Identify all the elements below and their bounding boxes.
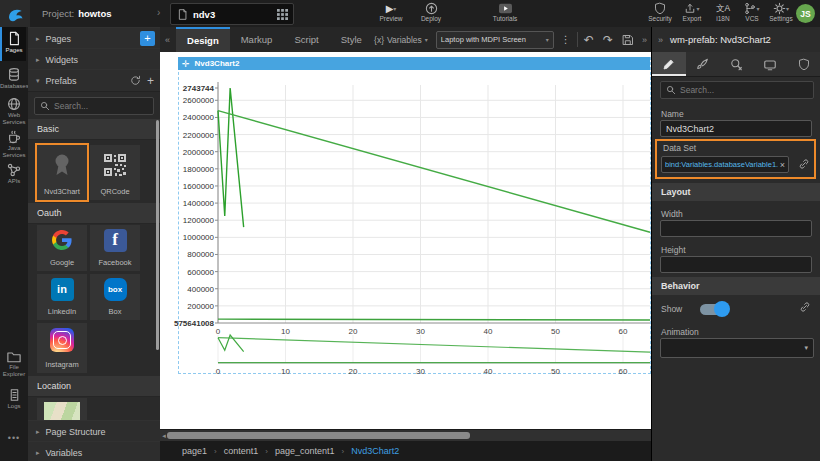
undo-button[interactable]: ↶	[584, 33, 594, 47]
grid-apps-icon[interactable]	[277, 9, 288, 20]
save-button[interactable]	[622, 34, 634, 46]
export-button[interactable]: ▾ Export	[678, 2, 706, 22]
tab-markup[interactable]: Markup	[230, 27, 284, 52]
vcs-button[interactable]: ▾ VCS	[738, 2, 766, 22]
show-toggle[interactable]	[700, 304, 728, 315]
svg-text:2600000: 2600000	[183, 96, 215, 105]
svg-text:1200000: 1200000	[183, 216, 215, 225]
bind-dataset-icon[interactable]	[798, 158, 810, 170]
deploy-button[interactable]: Deploy	[414, 2, 448, 22]
accordion-label: Pages	[46, 34, 72, 44]
tutorials-button[interactable]: Tutorials	[486, 2, 524, 22]
page-selector[interactable]: ndv3	[170, 3, 294, 25]
device-selector-value: Laptop with MDPI Screen	[441, 35, 546, 44]
accordion-page-structure[interactable]: ▸ Page Structure	[28, 420, 160, 443]
properties-search-input[interactable]: Search...	[660, 81, 814, 99]
dataset-input[interactable]: bind:Variables.databaseVariable1.data ×	[661, 156, 789, 173]
prefab-tile-linkedin[interactable]: in LinkedIn	[37, 274, 87, 320]
rail-item-logs[interactable]: Logs	[0, 388, 28, 410]
prefab-tile-nvd3chart[interactable]: Nvd3Chart	[37, 145, 87, 200]
name-input[interactable]: Nvd3Chart2	[660, 120, 812, 137]
left-panel: ▸ Pages + ▸ Widgets ▾ Prefabs + Search..…	[28, 27, 161, 461]
chevron-down-icon: ▾	[756, 5, 759, 12]
prefab-search-input[interactable]: Search...	[34, 97, 154, 115]
clear-dataset-icon[interactable]: ×	[780, 160, 785, 170]
svg-text:1800000: 1800000	[183, 165, 215, 174]
accordion-widgets[interactable]: ▸ Widgets	[28, 48, 160, 71]
animation-select[interactable]: ▾	[660, 338, 814, 358]
settings-button[interactable]: ▾ Settings	[766, 2, 796, 22]
breadcrumb-content1[interactable]: content1	[224, 446, 259, 456]
tab-properties[interactable]	[652, 52, 686, 76]
nvd3-line-chart: 2000004000006000008000001000000120000014…	[160, 52, 651, 429]
tab-devices[interactable]	[753, 52, 787, 76]
expand-right-panel-button[interactable]: »	[642, 35, 647, 45]
rail-label: Databases	[0, 83, 28, 90]
tab-security[interactable]	[787, 52, 820, 76]
add-prefab-icon[interactable]: +	[147, 74, 154, 88]
prefab-tile-qrcode[interactable]: QRCode	[90, 145, 140, 200]
add-page-button[interactable]: +	[140, 31, 155, 46]
prefab-tile-instagram[interactable]: Instagram	[37, 323, 87, 373]
prefab-tile-box[interactable]: box Box	[90, 274, 140, 320]
dataset-value: bind:Variables.databaseVariable1.data	[665, 160, 778, 169]
design-canvas[interactable]: 2000004000006000008000001000000120000014…	[160, 52, 651, 429]
i18n-button[interactable]: 文A i18N	[709, 2, 737, 22]
tab-search-replace[interactable]	[720, 52, 754, 76]
tab-styles[interactable]	[686, 52, 720, 76]
breadcrumb-page-content1[interactable]: page_content1	[275, 446, 335, 456]
gear-icon	[773, 2, 786, 15]
rail-item-pages[interactable]: Pages	[0, 27, 26, 61]
dataset-label: Data Set	[663, 143, 696, 153]
rail-item-apis[interactable]: APIs	[0, 163, 28, 185]
rail-item-file-explorer[interactable]: File Explorer	[0, 350, 28, 377]
variables-button[interactable]: {x} Variables ▾	[374, 35, 428, 45]
prefab-tile-google[interactable]: Google	[37, 225, 87, 271]
rail-item-web-services[interactable]: Web Services	[0, 97, 28, 125]
breadcrumb-bar: page1 › content1 › page_content1 › Nvd3C…	[160, 441, 651, 461]
device-selector[interactable]: Laptop with MDPI Screen ▾	[436, 31, 554, 49]
refresh-prefabs-icon[interactable]	[130, 75, 141, 86]
svg-text:10: 10	[281, 367, 290, 376]
rail-label: Java Services	[0, 145, 28, 158]
svg-text:0: 0	[216, 367, 221, 376]
api-nodes-icon	[7, 163, 21, 177]
preview-button[interactable]: ▶▾ Preview	[374, 2, 408, 22]
tab-design[interactable]: Design	[176, 27, 230, 52]
search-icon	[666, 85, 676, 95]
accordion-pages[interactable]: ▸ Pages +	[28, 27, 160, 50]
variables-label: Variables	[387, 35, 422, 45]
svg-text:0: 0	[216, 327, 221, 336]
chevron-down-icon: ▾	[393, 5, 396, 12]
selected-widget-header[interactable]: ✛ Nvd3Chart2	[178, 57, 650, 70]
more-options-kebab-icon[interactable]: ⋮	[561, 34, 571, 45]
collapse-right-panel-button[interactable]: »	[658, 35, 663, 45]
scrollbar-thumb[interactable]	[167, 432, 470, 439]
wavemaker-logo[interactable]	[0, 0, 30, 27]
paintbrush-icon	[696, 58, 709, 71]
rail-more-button[interactable]: •••	[0, 435, 28, 442]
tab-script[interactable]: Script	[283, 27, 329, 52]
security-button[interactable]: Security	[645, 2, 675, 22]
rail-label: Web Services	[0, 112, 28, 125]
accordion-prefabs[interactable]: ▾ Prefabs +	[28, 69, 160, 92]
height-input[interactable]	[660, 256, 812, 273]
tab-style[interactable]: Style	[330, 27, 373, 52]
width-label: Width	[661, 209, 683, 219]
tutorials-label: Tutorials	[486, 15, 524, 22]
bind-show-icon[interactable]	[799, 301, 811, 313]
accordion-variables[interactable]: ▸ Variables	[28, 441, 160, 461]
rail-item-databases[interactable]: Databases	[0, 67, 28, 90]
breadcrumb-nvd3chart2[interactable]: Nvd3Chart2	[351, 446, 399, 456]
width-input[interactable]	[660, 220, 812, 237]
section-location: Location	[28, 376, 160, 397]
left-panel-scrollbar[interactable]	[156, 120, 159, 350]
accordion-label: Prefabs	[46, 76, 77, 86]
rail-item-java-services[interactable]: Java Services	[0, 130, 28, 158]
prefab-tile-facebook[interactable]: f Facebook	[90, 225, 140, 271]
breadcrumb-page1[interactable]: page1	[182, 446, 207, 456]
user-avatar[interactable]: JS	[796, 4, 815, 23]
redo-button[interactable]: ↷	[603, 33, 613, 47]
magnifier-x-icon	[730, 58, 743, 71]
prefab-tile-map[interactable]	[37, 398, 87, 420]
